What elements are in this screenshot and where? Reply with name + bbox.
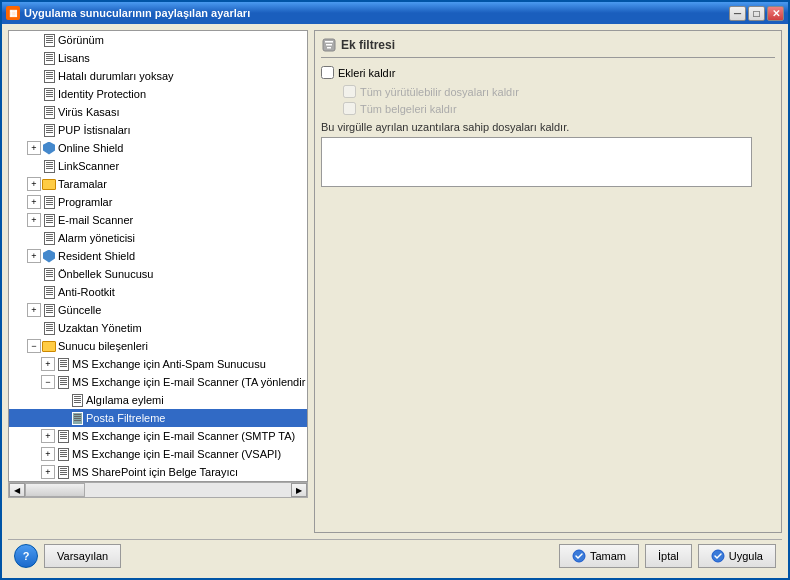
tree-item-sunucu[interactable]: − Sunucu bileşenleri — [9, 337, 307, 355]
expander-empty — [27, 69, 41, 83]
ekleri-kaldir-label: Ekleri kaldır — [338, 67, 395, 79]
svg-rect-3 — [327, 47, 331, 49]
tree-item-lisans[interactable]: Lisans — [9, 49, 307, 67]
expander-ms-antispam[interactable]: + — [41, 357, 55, 371]
tree-item-gorunum[interactable]: Görünüm — [9, 31, 307, 49]
close-button[interactable]: ✕ — [767, 6, 784, 21]
expander-ms-email-ta[interactable]: − — [41, 375, 55, 389]
expander-resident[interactable]: + — [27, 249, 41, 263]
default-button[interactable]: Varsayılan — [44, 544, 121, 568]
scroll-left-button[interactable]: ◀ — [9, 483, 25, 497]
tree-item-algilama[interactable]: Algılama eylemi — [9, 391, 307, 409]
cancel-button[interactable]: İptal — [645, 544, 692, 568]
tree-item-posta-filtreleme[interactable]: Posta Filtreleme — [9, 409, 307, 427]
page-icon — [56, 447, 70, 461]
all-exec-checkbox[interactable] — [343, 85, 356, 98]
expander-empty — [27, 267, 41, 281]
page-icon — [42, 51, 56, 65]
tree-label-linkscanner: LinkScanner — [58, 160, 119, 172]
tree-item-identity[interactable]: Identity Protection — [9, 85, 307, 103]
apply-button[interactable]: Uygula — [698, 544, 776, 568]
tree-label-gorunum: Görünüm — [58, 34, 104, 46]
page-icon — [56, 429, 70, 443]
page-icon — [42, 285, 56, 299]
page-icon — [42, 87, 56, 101]
tree-label-programlar: Programlar — [58, 196, 112, 208]
checkbox-ekleri-row: Ekleri kaldır — [321, 66, 775, 79]
tree-item-programlar[interactable]: + Programlar — [9, 193, 307, 211]
tree-label-sunucu: Sunucu bileşenleri — [58, 340, 148, 352]
maximize-button[interactable]: □ — [748, 6, 765, 21]
tree-item-ms-email-smtp[interactable]: + MS Exchange için E-mail Scanner (SMTP … — [9, 427, 307, 445]
tree-item-taramalar[interactable]: + Taramalar — [9, 175, 307, 193]
folder-icon — [42, 177, 56, 191]
app-icon: ▦ — [6, 6, 20, 20]
tree-label-pup: PUP İstisnaları — [58, 124, 131, 136]
tree-item-ms-antispam[interactable]: + MS Exchange için Anti-Spam Sunucusu — [9, 355, 307, 373]
tree-item-antirootkit[interactable]: Anti-Rootkit — [9, 283, 307, 301]
expander-empty — [27, 87, 41, 101]
page-icon — [42, 303, 56, 317]
content-area: Görünüm Lisans Hatalı durumları yoksay — [2, 24, 788, 578]
expander-ms-email-vsapi[interactable]: + — [41, 447, 55, 461]
expander-empty — [27, 285, 41, 299]
window-title: Uygulama sunucularının paylaşılan ayarla… — [24, 7, 250, 19]
tree-item-pup[interactable]: PUP İstisnaları — [9, 121, 307, 139]
minimize-button[interactable]: ─ — [729, 6, 746, 21]
bottom-left: ? Varsayılan — [14, 544, 121, 568]
expander-email-scanner[interactable]: + — [27, 213, 41, 227]
extensions-input[interactable] — [321, 137, 752, 187]
shield-icon — [42, 249, 56, 263]
expander-online[interactable]: + — [27, 141, 41, 155]
expander-empty — [27, 33, 41, 47]
expander-ms-sharepoint[interactable]: + — [41, 465, 55, 479]
ekleri-kaldir-checkbox[interactable] — [321, 66, 334, 79]
tree-label-identity: Identity Protection — [58, 88, 146, 100]
tree-label-hatali: Hatalı durumları yoksay — [58, 70, 174, 82]
tree-scrollbar-x[interactable]: ◀ ▶ — [8, 482, 308, 498]
tree-item-resident[interactable]: + Resident Shield — [9, 247, 307, 265]
page-icon — [56, 357, 70, 371]
expander-sunucu[interactable]: − — [27, 339, 41, 353]
expander-empty — [55, 411, 69, 425]
tree-item-ms-email-vsapi[interactable]: + MS Exchange için E-mail Scanner (VSAPI… — [9, 445, 307, 463]
expander-programlar[interactable]: + — [27, 195, 41, 209]
tree-item-onbellek[interactable]: Önbellek Sunucusu — [9, 265, 307, 283]
ok-button[interactable]: Tamam — [559, 544, 639, 568]
expander-guncelle[interactable]: + — [27, 303, 41, 317]
page-icon — [56, 375, 70, 389]
expander-taramalar[interactable]: + — [27, 177, 41, 191]
page-icon — [42, 321, 56, 335]
tree-item-ms-email-ta[interactable]: − MS Exchange için E-mail Scanner (TA yö… — [9, 373, 307, 391]
tree-item-alarm[interactable]: Alarm yöneticisi — [9, 229, 307, 247]
expander-empty — [55, 393, 69, 407]
tree-item-online[interactable]: + Online Shield — [9, 139, 307, 157]
expander-ms-email-smtp[interactable]: + — [41, 429, 55, 443]
scroll-thumb[interactable] — [25, 483, 85, 497]
page-icon — [70, 411, 84, 425]
tree-item-email-scanner[interactable]: + E-mail Scanner — [9, 211, 307, 229]
folder-icon — [42, 339, 56, 353]
help-button[interactable]: ? — [14, 544, 38, 568]
scroll-track[interactable] — [25, 483, 291, 497]
section-title: Ek filtresi — [341, 38, 395, 52]
tree-item-ms-sharepoint[interactable]: + MS SharePoint için Belge Tarayıcı — [9, 463, 307, 481]
tree-item-virus[interactable]: Virüs Kasası — [9, 103, 307, 121]
title-bar: ▦ Uygulama sunucularının paylaşılan ayar… — [2, 2, 788, 24]
page-icon — [70, 393, 84, 407]
main-panel: Görünüm Lisans Hatalı durumları yoksay — [8, 30, 782, 533]
section-header: Ek filtresi — [321, 37, 775, 58]
tree-label-ms-email-ta: MS Exchange için E-mail Scanner (TA yönl… — [72, 376, 305, 388]
right-panel: Ek filtresi Ekleri kaldır Tüm yürütülebi… — [314, 30, 782, 533]
scroll-right-button[interactable]: ▶ — [291, 483, 307, 497]
tree-item-uzaktan[interactable]: Uzaktan Yönetim — [9, 319, 307, 337]
tree-item-guncelle[interactable]: + Güncelle — [9, 301, 307, 319]
page-icon — [42, 231, 56, 245]
tree-label-online: Online Shield — [58, 142, 123, 154]
all-docs-checkbox[interactable] — [343, 102, 356, 115]
tree-item-hatali[interactable]: Hatalı durumları yoksay — [9, 67, 307, 85]
tree-item-linkscanner[interactable]: LinkScanner — [9, 157, 307, 175]
sub-options-container: Tüm yürütülebilir dosyaları kaldır Tüm b… — [343, 85, 775, 115]
tree-label-antirootkit: Anti-Rootkit — [58, 286, 115, 298]
tree-label-ms-sharepoint: MS SharePoint için Belge Tarayıcı — [72, 466, 238, 478]
